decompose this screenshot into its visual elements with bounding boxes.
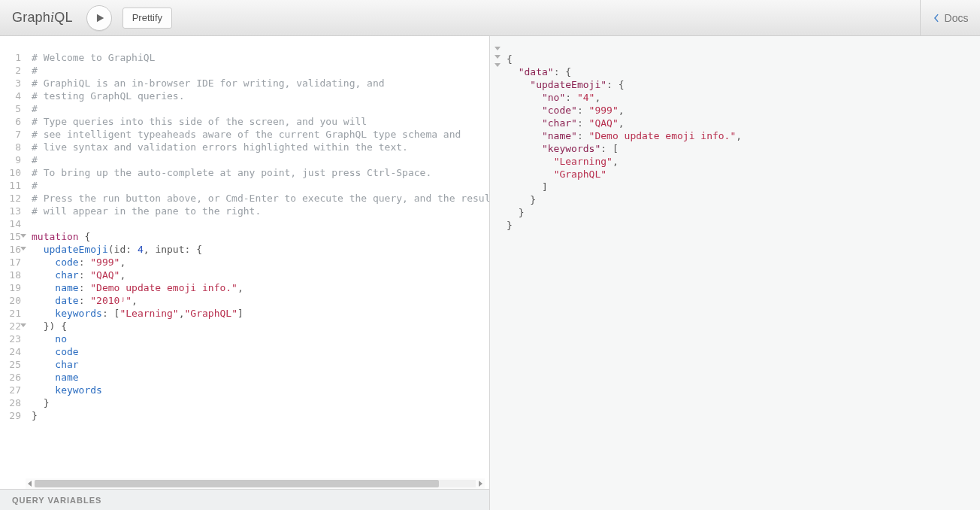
logo-text-right: QL (54, 10, 72, 25)
query-variables-bar[interactable]: QUERY VARIABLES (0, 489, 489, 510)
query-code-area[interactable]: # Welcome to GraphiQL # # GraphiQL is an… (26, 41, 489, 478)
result-pane: { "data": { "updateEmoji": { "no": "4", … (490, 36, 980, 510)
editor-horizontal-scrollbar[interactable] (26, 478, 485, 489)
query-variables-label: QUERY VARIABLES (12, 496, 101, 505)
pane-resize-handle[interactable] (490, 36, 496, 510)
app-logo: GraphiQL (12, 10, 73, 26)
query-editor-pane: 1234567891011121314151617181920212223242… (0, 36, 490, 510)
top-toolbar: GraphiQL Prettify Docs (0, 0, 980, 36)
line-number-gutter: 1234567891011121314151617181920212223242… (5, 41, 26, 478)
logo-text-left: Graph (12, 10, 50, 25)
result-fold-gutter (493, 42, 502, 71)
execute-button[interactable] (86, 5, 112, 31)
prettify-button[interactable]: Prettify (122, 8, 172, 29)
docs-toggle[interactable]: Docs (920, 0, 980, 35)
fold-icon[interactable] (495, 55, 501, 59)
result-viewer[interactable]: { "data": { "updateEmoji": { "no": "4", … (493, 42, 980, 232)
chevron-left-icon (933, 13, 940, 23)
docs-label: Docs (945, 12, 969, 24)
query-editor[interactable]: 1234567891011121314151617181920212223242… (5, 41, 489, 478)
main-split: 1234567891011121314151617181920212223242… (0, 36, 980, 510)
scroll-left-icon[interactable] (28, 481, 32, 487)
fold-icon[interactable] (495, 63, 501, 67)
play-icon (95, 13, 105, 23)
scroll-right-icon[interactable] (479, 481, 482, 487)
scroll-thumb[interactable] (35, 480, 439, 487)
fold-icon[interactable] (495, 47, 501, 50)
